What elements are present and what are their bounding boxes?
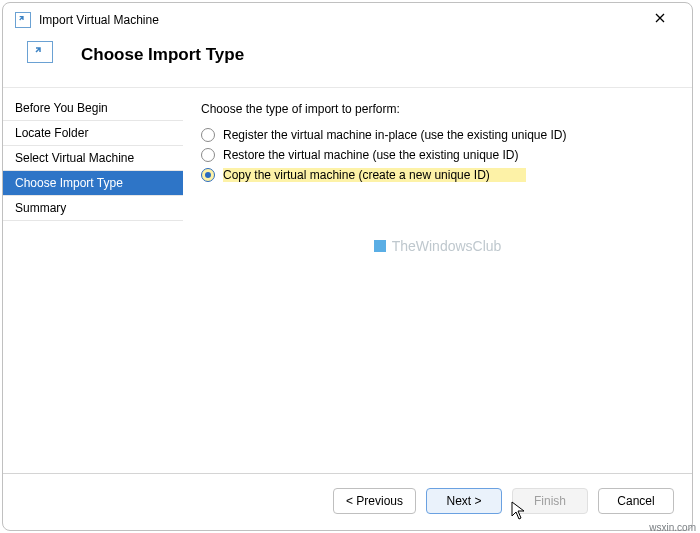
source-attribution: wsxin.com [649,522,696,533]
sidebar-item-label: Choose Import Type [15,176,123,190]
sidebar-item-choose-import-type[interactable]: Choose Import Type [3,171,183,196]
titlebar: Import Virtual Machine [3,3,692,37]
sidebar-item-label: Summary [15,201,66,215]
watermark-text: TheWindowsClub [392,238,502,254]
wizard-header: Choose Import Type [3,37,692,87]
option-register-in-place[interactable]: Register the virtual machine in-place (u… [201,128,674,142]
radio-label: Restore the virtual machine (use the exi… [223,148,518,162]
app-icon [15,12,31,28]
radio-label: Copy the virtual machine (create a new u… [223,168,526,182]
page-title: Choose Import Type [81,45,244,65]
radio-icon[interactable] [201,168,215,182]
radio-icon[interactable] [201,128,215,142]
previous-button[interactable]: < Previous [333,488,416,514]
sidebar-item-select-virtual-machine[interactable]: Select Virtual Machine [3,146,183,171]
wizard-footer: < Previous Next > Finish Cancel [3,473,692,530]
wizard-steps-sidebar: Before You Begin Locate Folder Select Vi… [3,88,183,473]
cancel-button[interactable]: Cancel [598,488,674,514]
radio-label: Register the virtual machine in-place (u… [223,128,567,142]
option-copy[interactable]: Copy the virtual machine (create a new u… [201,168,674,182]
wizard-dialog: Import Virtual Machine Choose Import Typ… [2,2,693,531]
sidebar-item-before-you-begin[interactable]: Before You Begin [3,96,183,121]
sidebar-item-label: Before You Begin [15,101,108,115]
option-restore[interactable]: Restore the virtual machine (use the exi… [201,148,674,162]
wizard-body: Before You Begin Locate Folder Select Vi… [3,88,692,473]
import-icon [27,41,53,63]
watermark-icon [374,240,386,252]
sidebar-item-label: Select Virtual Machine [15,151,134,165]
sidebar-item-summary[interactable]: Summary [3,196,183,221]
next-button[interactable]: Next > [426,488,502,514]
wizard-content: Choose the type of import to perform: Re… [183,88,692,473]
window-title: Import Virtual Machine [39,13,640,27]
sidebar-item-label: Locate Folder [15,126,88,140]
sidebar-item-locate-folder[interactable]: Locate Folder [3,121,183,146]
close-button[interactable] [640,5,680,31]
prompt-text: Choose the type of import to perform: [201,102,674,116]
watermark: TheWindowsClub [201,238,674,254]
radio-icon[interactable] [201,148,215,162]
finish-button: Finish [512,488,588,514]
